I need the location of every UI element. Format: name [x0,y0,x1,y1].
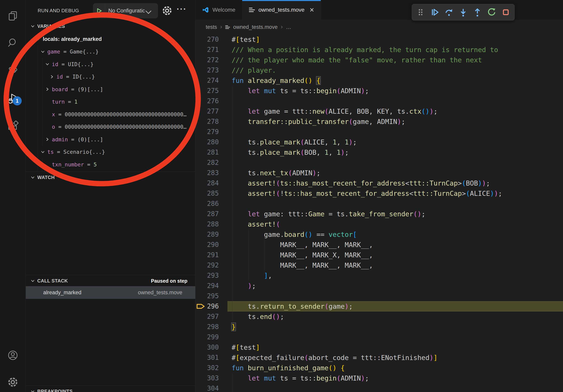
code-line-297[interactable]: 297ts.end(); [195,312,563,322]
line-number[interactable]: 291 [195,250,219,260]
section-breakpoints[interactable]: BREAKPOINTS [26,386,195,392]
chevron-right-icon[interactable] [49,74,55,80]
line-number[interactable]: 294 [195,281,219,291]
chevron-down-icon[interactable] [40,49,46,55]
debug-config-dropdown[interactable]: No Configurations [93,3,158,18]
scope-row[interactable]: locals: already_marked [26,33,195,45]
line-number[interactable]: 290 [195,240,219,250]
line-number[interactable]: 298 [195,322,219,332]
code-line-284[interactable]: 284assert!(ts::has_most_recent_for_addre… [195,178,563,188]
line-number[interactable]: 299 [195,332,219,342]
code-line-289[interactable]: 289game.board() == vector[ [195,229,563,240]
line-number[interactable]: 281 [195,147,219,157]
variable-row-game[interactable]: game = Game{...} [26,45,195,58]
step-over-button[interactable] [443,6,455,19]
line-number[interactable]: 280 [195,137,219,147]
run-debug-icon[interactable] [0,89,26,108]
line-number[interactable]: 278 [195,117,219,127]
line-number[interactable]: 301 [195,353,219,363]
chevron-down-icon[interactable] [44,61,50,67]
breadcrumb-item[interactable]: tests [206,24,217,30]
search-icon[interactable] [0,33,26,52]
code-line-285[interactable]: 285assert!(!ts::has_most_recent_for_addr… [195,188,563,198]
gear-icon[interactable] [162,5,173,16]
line-number[interactable]: 304 [195,383,219,392]
code-line-280[interactable]: 280ts.place_mark(ALICE, 1, 1); [195,137,563,147]
extensions-icon[interactable] [0,117,26,136]
section-variables[interactable]: VARIABLES [26,21,195,32]
more-actions-icon[interactable]: ··· [176,3,187,15]
breadcrumb-item[interactable]: owned_tests.move [233,24,278,30]
variable-row-admin[interactable]: admin = (0)[...] [26,133,195,146]
variable-row-board[interactable]: board = (9)[...] [26,83,195,95]
variable-row-x[interactable]: x = 000000000000000000000000000000000000… [26,108,195,121]
line-number[interactable]: 285 [195,188,219,198]
line-number[interactable]: 286 [195,198,219,209]
line-number[interactable]: 288 [195,219,219,229]
code-line-290[interactable]: 290MARK__, MARK__, MARK__, [195,240,563,250]
line-number[interactable]: 275 [195,86,219,96]
tab-owned-tests-move[interactable]: owned_tests.move× [242,0,321,20]
line-number[interactable]: 292 [195,260,219,270]
close-icon[interactable]: × [310,6,314,14]
explorer-icon[interactable] [0,6,26,25]
call-stack-frame[interactable]: already_markedowned_tests.move [26,286,195,299]
code-line-298[interactable]: 298} [195,322,563,332]
variable-row-id[interactable]: id = ID{...} [26,70,195,83]
step-out-button[interactable] [471,6,484,19]
code-line-277[interactable]: 277let game = ttt::new(ALICE, BOB, KEY, … [195,106,563,117]
line-number[interactable]: 302 [195,363,219,373]
line-number[interactable]: 274 [195,75,219,86]
code-line-288[interactable]: 288assert!( [195,219,563,229]
chevron-right-icon[interactable] [44,136,50,142]
code-line-272[interactable]: 272/// the player who made the "false" m… [195,55,563,65]
line-number[interactable]: 272 [195,55,219,65]
drag-handle-icon[interactable] [414,6,427,19]
settings-icon[interactable] [0,373,26,392]
chevron-down-icon[interactable] [40,149,46,155]
breadcrumb-item[interactable]: … [286,24,291,30]
code-line-296[interactable]: 296ts.return_to_sender(game); [195,301,563,312]
section-watch[interactable]: WATCH [26,172,195,183]
code-line-275[interactable]: 275let mut ts = ts::begin(ADMIN); [195,86,563,96]
code-line-271[interactable]: 271/// When a position is already marked… [195,45,563,55]
debug-step-marker-icon[interactable] [196,302,205,311]
line-number[interactable]: 276 [195,96,219,106]
line-number[interactable]: 277 [195,106,219,117]
step-into-button[interactable] [457,6,470,19]
code-line-287[interactable]: 287let game: ttt::Game = ts.take_from_se… [195,209,563,219]
code-line-286[interactable]: 286 [195,198,563,209]
code-line-281[interactable]: 281ts.place_mark(BOB, 1, 1); [195,147,563,157]
variable-row-txn_number[interactable]: txn_number = 5 [26,158,195,171]
code-line-301[interactable]: 301#[expected_failure(abort_code = ttt::… [195,353,563,363]
tab-welcome[interactable]: Welcome [195,0,242,20]
line-number[interactable]: 270 [195,34,219,45]
section-call-stack[interactable]: CALL STACK Paused on step [26,275,195,286]
variable-row-ts[interactable]: ts = Scenario{...} [26,146,195,158]
code-line-304[interactable]: 304 [195,383,563,392]
line-number[interactable]: 283 [195,168,219,178]
continue-button[interactable] [428,6,441,19]
line-number[interactable]: 303 [195,373,219,383]
code-line-299[interactable]: 299 [195,332,563,342]
line-number[interactable]: 300 [195,342,219,353]
code-line-278[interactable]: 278transfer::public_transfer(game, ADMIN… [195,117,563,127]
code-line-295[interactable]: 295 [195,291,563,301]
line-number[interactable]: 287 [195,209,219,219]
code-line-300[interactable]: 300#[test] [195,342,563,353]
code-line-276[interactable]: 276 [195,96,563,106]
code-line-292[interactable]: 292MARK__, MARK__, MARK__, [195,260,563,270]
line-number[interactable]: 279 [195,127,219,137]
code-line-302[interactable]: 302fun burn_unfinished_game() { [195,363,563,373]
source-control-icon[interactable] [0,62,26,81]
variable-row-o[interactable]: o = 000000000000000000000000000000000000… [26,121,195,133]
line-number[interactable]: 284 [195,178,219,188]
start-debug-icon[interactable] [93,3,105,18]
code-line-291[interactable]: 291MARK__, MARK_X, MARK__, [195,250,563,260]
chevron-down-icon[interactable] [35,36,41,42]
code-line-293[interactable]: 293], [195,270,563,281]
code-line-283[interactable]: 283ts.next_tx(ADMIN); [195,168,563,178]
code-line-273[interactable]: 273/// player. [195,65,563,75]
variable-row-id[interactable]: id = UID{...} [26,58,195,70]
code-editor[interactable]: 270#[test]271/// When a position is alre… [195,34,563,392]
